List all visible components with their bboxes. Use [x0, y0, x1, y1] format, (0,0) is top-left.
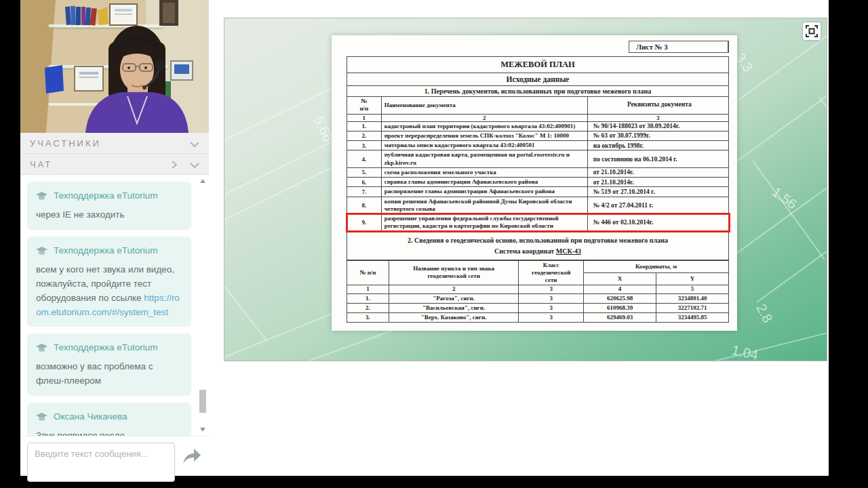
row-name: копия решения Афанасьевской районной Дум… [381, 197, 587, 214]
document-page: Лист № 3 МЕЖЕВОЙ ПЛАН Исходные данные 1.… [332, 35, 737, 331]
row-y: 3234801.40 [656, 293, 729, 303]
scroll-down-icon[interactable] [200, 428, 205, 432]
scroll-up-icon[interactable] [200, 179, 205, 183]
table-row: 2. "Васильевская", сигн. 3 610968.39 322… [347, 303, 729, 312]
row-req: по состоянию на 06.10.2014 г. [587, 150, 728, 168]
row-req: № 63 от 30.07.1999г. [587, 131, 728, 140]
graduation-cap-icon [36, 413, 47, 422]
document-table-1: МЕЖЕВОЙ ПЛАН Исходные данные 1. Перечень… [347, 56, 729, 232]
row-name: справка главы администрации Афанасьевско… [381, 178, 587, 187]
chat-text: всем у кого нет звука или видео, пожалуй… [36, 263, 182, 320]
chat-header[interactable]: ЧАТ [20, 154, 209, 175]
col-number: 5 [656, 285, 729, 293]
row-class: 3 [519, 303, 584, 312]
row-name: "Рагоза", сигн. [389, 293, 518, 303]
col-number: 2 [381, 114, 587, 121]
chat-message: Техподдержка eTutorium через IE не заход… [27, 182, 191, 230]
row-name: проект перераспределения земель СПК-колх… [381, 131, 587, 140]
graduation-cap-icon [36, 344, 47, 352]
chat-author: Техподдержка eTutorium [54, 244, 158, 258]
chevron-down-icon[interactable] [190, 161, 199, 167]
row-req: № 90/14-188023 от 30.09.2014г. [587, 121, 728, 131]
table-row: 1. кадастровый план территории (кадастро… [347, 121, 729, 131]
row-x: 620625.98 [584, 293, 656, 303]
chat-text: возможно у вас проблема с флеш-плеером [36, 360, 182, 388]
chevron-down-icon[interactable] [190, 140, 199, 146]
chat-message: Техподдержка eTutorium всем у кого нет з… [27, 237, 191, 327]
send-message-button[interactable] [182, 447, 202, 465]
chat-scrollbar[interactable] [199, 178, 207, 433]
row-num: 5. [347, 167, 382, 177]
row-num: 2. [347, 303, 389, 312]
col-header: Координаты, м [584, 260, 729, 272]
row-y: 3227102.71 [656, 303, 729, 312]
row-class: 3 [519, 313, 584, 323]
chat-author: Техподдержка eTutorium [54, 189, 158, 203]
row-req: от 21.10.2014г. [587, 167, 728, 177]
chat-message-input[interactable] [27, 443, 175, 482]
col-header: Y [656, 272, 729, 285]
document-table-2: № п/п Название пункта и тип знака геодез… [347, 260, 729, 323]
table-row: 2. проект перераспределения земель СПК-к… [347, 131, 729, 140]
row-num: 3. [347, 313, 389, 323]
chat-message: Оксана Чикачева Звук появился после пере… [27, 403, 191, 436]
col-header: Реквизиты документа [587, 97, 728, 115]
table-row: 3. "Верх. Казаково", сигн. 3 629469.03 3… [347, 313, 729, 323]
coord-system-label: Система координат [494, 247, 556, 255]
row-num: 1. [347, 121, 382, 131]
row-num: 4. [347, 150, 382, 168]
participants-header[interactable]: УЧАСТНИКИ [20, 133, 209, 154]
col-header: № п/п [347, 97, 382, 115]
webinar-sidebar: УЧАСТНИКИ ЧАТ Техподдержка eTutorium чер… [20, 0, 209, 476]
col-header: Название пункта и тип знака геодезическо… [389, 260, 518, 285]
col-number: 2 [389, 285, 518, 293]
row-num: 9. [347, 214, 382, 232]
table-row: 5. схема расположения земельного участка… [347, 167, 729, 177]
table-row: 4. публичная кадастровая карта, размещен… [347, 150, 729, 168]
row-num: 3. [347, 141, 382, 150]
sheet-number-box: Лист № 3 [629, 41, 729, 53]
row-y: 3234495.85 [656, 313, 729, 323]
document-title: МЕЖЕВОЙ ПЛАН [347, 57, 729, 73]
row-name: публичная кадастровая карта, размещенная… [381, 150, 587, 168]
webcam-scene [20, 0, 209, 133]
chat-text: Звук появился после перезагрузки. Спасиб… [36, 429, 182, 436]
table-row: 1. "Рагоза", сигн. 3 620625.98 3234801.4… [347, 293, 729, 303]
chat-author: Техподдержка eTutorium [54, 341, 158, 355]
row-req: от 21.10.2014г. [587, 178, 728, 187]
row-name: распоряжение главы администрации Афанась… [381, 187, 587, 197]
col-number: 3 [519, 285, 584, 293]
chat-author: Оксана Чикачева [54, 410, 127, 424]
graduation-cap-icon [36, 192, 47, 201]
chat-input-area [20, 436, 209, 476]
webcam-video [20, 0, 209, 133]
section2-text: 2. Сведения о геодезической основе, испо… [408, 237, 668, 244]
fullscreen-icon[interactable] [803, 22, 821, 40]
row-name: "Васильевская", сигн. [389, 303, 518, 312]
row-num: 1. [347, 293, 389, 303]
scrollbar-thumb[interactable] [199, 390, 206, 413]
row-req: № 4/2 от 27.04.2011 г. [587, 197, 728, 214]
col-number: 3 [587, 114, 728, 121]
presentation-slide: 3.3 5.66 1.56 2.8 1.04 Лист № 3 МЕЖЕВОЙ … [224, 18, 827, 361]
table-row: 7. распоряжение главы администрации Афан… [347, 187, 729, 197]
col-header: Класс геодезической сети [519, 260, 584, 285]
row-num: 6. [347, 178, 382, 187]
col-number: 4 [584, 285, 656, 293]
chevron-right-icon[interactable] [171, 161, 180, 167]
chat-message-list[interactable]: Техподдержка eTutorium через IE не заход… [20, 175, 209, 436]
col-number: 1 [347, 114, 382, 121]
row-name: схема расположения земельного участка [381, 167, 587, 177]
chat-text: через IE не заходить [36, 208, 182, 222]
map-dimension-label: 1.04 [730, 342, 760, 361]
col-header: № п/п [347, 260, 389, 285]
table-row: 8. копия решения Афанасьевской районной … [347, 197, 729, 214]
participants-label: УЧАСТНИКИ [30, 138, 101, 148]
highlighted-table-row: 9. разрешение управления федеральной слу… [347, 214, 729, 232]
graduation-cap-icon [36, 247, 47, 256]
row-req: № 446 от 02.10.2014г. [587, 214, 728, 232]
row-x: 610968.39 [584, 303, 656, 312]
row-num: 7. [347, 187, 382, 197]
section1-title: 1. Перечень документов, использованных п… [347, 86, 729, 97]
chat-message: Техподдержка eTutorium возможно у вас пр… [27, 333, 191, 396]
